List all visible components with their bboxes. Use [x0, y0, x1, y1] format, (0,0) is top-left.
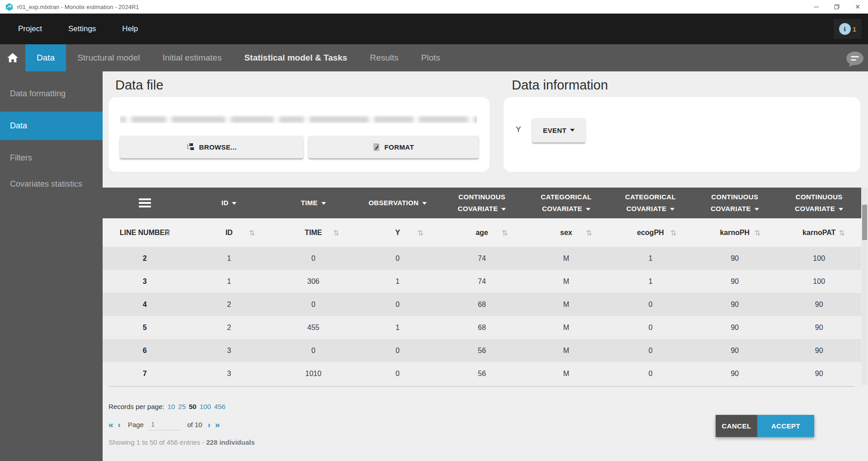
column-type-dropdown[interactable]: CONTINUOUS COVARIATE	[777, 188, 861, 218]
tab-structural-model[interactable]: Structural model	[66, 44, 151, 71]
sort-icon[interactable]: ⇅	[586, 228, 592, 237]
last-page-button[interactable]: »	[215, 420, 220, 430]
monolix-logo-icon	[5, 3, 13, 11]
column-type-label: CATEGORICAL COVARIATE	[609, 191, 693, 215]
sitemap-icon	[186, 143, 194, 151]
sort-icon[interactable]: ⇅	[249, 228, 255, 237]
column-type-dropdown[interactable]: CONTINUOUS COVARIATE	[693, 188, 777, 218]
data-file-title: Data file	[115, 78, 163, 93]
sort-icon[interactable]: ⇅	[502, 228, 508, 237]
column-type-label: OBSERVATION	[368, 197, 427, 209]
caret-down-icon	[839, 208, 843, 211]
caret-down-icon	[232, 202, 236, 205]
table-bottom-divider	[108, 386, 854, 387]
first-page-button[interactable]: «	[108, 420, 113, 430]
column-type-dropdown[interactable]: TIME	[271, 188, 355, 218]
table-cell: 0	[355, 293, 439, 316]
table-cell: 455	[271, 316, 355, 339]
tab-results[interactable]: Results	[359, 44, 410, 71]
scrollbar-thumb[interactable]	[862, 205, 867, 240]
event-dropdown-label: EVENT	[543, 127, 566, 134]
title-bar: r01_exp.mlxtran - Monolix estimation - 2…	[0, 0, 868, 14]
table-cell: 1	[609, 247, 693, 270]
table-menu-button[interactable]	[103, 188, 187, 218]
cancel-button[interactable]: CANCEL	[716, 415, 757, 437]
sort-icon[interactable]: ⇅	[839, 228, 845, 237]
sort-icon[interactable]: ⇅	[333, 228, 339, 237]
column-type-label: TIME	[301, 197, 326, 209]
info-notification[interactable]: i 1	[834, 19, 862, 39]
table-cell: 1	[187, 270, 271, 293]
column-header-label: age	[476, 229, 488, 237]
table-cell: 90	[777, 362, 861, 385]
table-cell: 3	[103, 270, 187, 293]
column-header-karnopat: karnoPAT⇅	[777, 218, 861, 247]
menu-item-project[interactable]: Project	[18, 24, 42, 33]
sidebar-item-data-formatting[interactable]: Data formatting	[0, 80, 103, 107]
sidebar-item-data[interactable]: Data	[0, 112, 103, 140]
table-cell: 68	[440, 316, 524, 339]
page-size-25[interactable]: 25	[178, 403, 186, 410]
column-type-dropdown[interactable]: CATEGORICAL COVARIATE	[609, 188, 693, 218]
column-type-label: CONTINUOUS COVARIATE	[440, 191, 524, 215]
table-cell: 0	[609, 316, 693, 339]
page-size-10[interactable]: 10	[167, 403, 175, 410]
column-type-dropdown[interactable]: OBSERVATION	[355, 188, 439, 218]
table-row: 210074M190100	[103, 247, 861, 270]
table-cell: 90	[693, 293, 777, 316]
table-cell: 3	[187, 339, 271, 362]
sort-icon[interactable]: ⇅	[670, 228, 676, 237]
home-button[interactable]	[0, 44, 25, 71]
next-page-button[interactable]: ›	[208, 420, 210, 430]
table-cell: 7	[103, 362, 187, 385]
table-cell: 0	[271, 247, 355, 270]
table-row: 31306174M190100	[103, 270, 861, 293]
page-size-456[interactable]: 456	[214, 403, 226, 410]
close-icon[interactable]: ✕	[847, 0, 868, 14]
restore-icon[interactable]	[826, 0, 847, 14]
tab-data[interactable]: Data	[25, 44, 66, 71]
minimize-icon[interactable]	[806, 0, 826, 14]
page-size-100[interactable]: 100	[199, 403, 211, 410]
sort-icon[interactable]: ⇅	[417, 228, 423, 237]
menu-item-settings[interactable]: Settings	[68, 24, 96, 33]
chat-bubble-icon[interactable]	[845, 51, 864, 68]
sort-icon[interactable]: ⇅	[165, 228, 170, 237]
column-header-line-number: LINE NUMBER⇅	[103, 218, 187, 247]
sidebar: Data formattingDataFiltersCovariates sta…	[0, 71, 103, 461]
column-name-header-row: LINE NUMBER⇅ID⇅TIME⇅Y⇅age⇅sex⇅ecogPH⇅kar…	[103, 218, 861, 247]
table-cell: 90	[693, 270, 777, 293]
menu-item-help[interactable]: Help	[122, 24, 138, 33]
data-information-title: Data information	[512, 78, 608, 93]
tab-statistical-model-tasks[interactable]: Statistical model & Tasks	[233, 44, 359, 71]
page-size-50[interactable]: 50	[189, 403, 197, 410]
sidebar-item-covariates-statistics[interactable]: Covariates statistics	[0, 171, 103, 198]
table-cell: 0	[271, 339, 355, 362]
monolix-window: r01_exp.mlxtran - Monolix estimation - 2…	[0, 0, 868, 461]
prev-page-button[interactable]: ‹	[118, 420, 121, 430]
tab-plots[interactable]: Plots	[410, 44, 452, 71]
table-cell: 90	[777, 339, 861, 362]
page-number-input[interactable]	[148, 419, 181, 431]
sort-icon[interactable]: ⇅	[755, 228, 760, 237]
notification-count: 1	[853, 25, 856, 33]
accept-button[interactable]: ACCEPT	[757, 415, 814, 437]
entries-summary-text: Showing 1 to 50 of 456 entries -	[108, 438, 206, 446]
table-cell: 2	[187, 316, 271, 339]
tab-initial-estimates[interactable]: Initial estimates	[151, 44, 233, 71]
event-type-dropdown[interactable]: EVENT	[532, 118, 585, 142]
data-table: IDTIMEOBSERVATIONCONTINUOUS COVARIATECAT…	[103, 188, 861, 385]
column-type-dropdown[interactable]: CATEGORICAL COVARIATE	[524, 188, 608, 218]
vertical-scrollbar[interactable]	[862, 188, 868, 385]
sidebar-item-filters[interactable]: Filters	[0, 145, 103, 171]
data-information-card: Y EVENT	[504, 97, 860, 172]
column-type-dropdown[interactable]: CONTINUOUS COVARIATE	[440, 188, 524, 218]
column-type-dropdown[interactable]: ID	[187, 188, 271, 218]
table-cell: 0	[355, 362, 439, 385]
table-row: 420068M09090	[103, 293, 861, 316]
table-cell: 90	[777, 316, 861, 339]
browse-button[interactable]: BROWSE...	[120, 136, 303, 158]
column-header-sex: sex⇅	[524, 218, 608, 247]
format-button[interactable]: FORMAT	[308, 136, 479, 158]
table-cell: M	[524, 339, 608, 362]
